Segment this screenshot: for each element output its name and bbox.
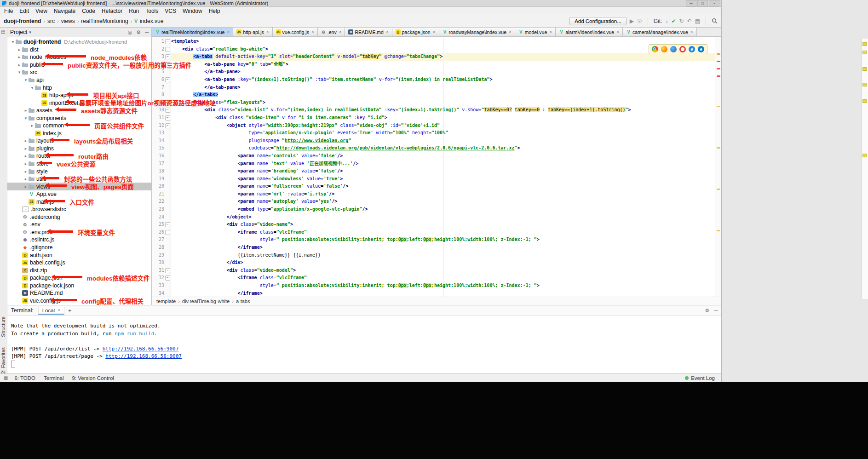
- chevron-right-icon[interactable]: ▸: [17, 63, 22, 67]
- status-item-terminal[interactable]: Terminal: [44, 375, 63, 381]
- terminal-link[interactable]: http://192.168.66.56:9007: [105, 353, 182, 359]
- error-stripe[interactable]: [715, 37, 721, 297]
- editor-tab[interactable]: Vmodel.vue×: [515, 28, 556, 36]
- tree-item-style[interactable]: ▸style: [7, 167, 151, 175]
- chevron-down-icon[interactable]: ▾: [23, 78, 29, 82]
- tree-item-utils[interactable]: ▸utils: [7, 175, 151, 183]
- fold-icon[interactable]: −: [165, 108, 170, 113]
- breadcrumb-item[interactable]: index.vue: [140, 18, 163, 24]
- close-icon[interactable]: ×: [339, 29, 342, 34]
- menu-item-refactor[interactable]: Refactor: [98, 8, 126, 14]
- tree-item-main.js[interactable]: JSmain.js: [7, 198, 151, 206]
- chevron-down-icon[interactable]: ▾: [29, 30, 31, 34]
- tree-item-.editorconfig[interactable]: ⚙.editorconfig: [7, 213, 151, 221]
- close-icon[interactable]: ×: [690, 29, 693, 34]
- fold-icon[interactable]: −: [165, 123, 170, 128]
- fold-icon[interactable]: −: [165, 39, 170, 44]
- tree-item-.eslintrc.js[interactable]: ◉.eslintrc.js: [7, 236, 151, 244]
- code-area[interactable]: <template> <div class="realTime bg-white…: [171, 38, 721, 297]
- chevron-right-icon[interactable]: ▸: [23, 138, 29, 143]
- maximize-button[interactable]: □: [697, 0, 708, 6]
- close-icon[interactable]: ×: [266, 29, 269, 34]
- close-icon[interactable]: ×: [57, 308, 60, 313]
- chevron-down-icon[interactable]: ▾: [17, 70, 22, 75]
- fold-icon[interactable]: −: [165, 222, 170, 227]
- fold-icon[interactable]: −: [165, 77, 170, 82]
- tree-item-src[interactable]: ▾src: [7, 69, 151, 76]
- tree-item-common[interactable]: ▸common: [7, 122, 151, 130]
- chevron-down-icon[interactable]: ▾: [10, 40, 16, 44]
- editor-breadcrumb-item[interactable]: a-tabs: [236, 298, 250, 304]
- breadcrumb-item[interactable]: views: [61, 18, 75, 24]
- breadcrumb-item[interactable]: duoji-frontend: [4, 18, 41, 24]
- editor-breadcrumb-item[interactable]: div.realTime.bg-white: [182, 298, 230, 304]
- editor-tab[interactable]: MREADME.md×: [345, 28, 392, 36]
- new-terminal-button[interactable]: +: [68, 307, 72, 314]
- chevron-right-icon[interactable]: ▸: [23, 184, 29, 189]
- git-commit-icon[interactable]: ✔: [671, 18, 676, 24]
- locate-file-icon[interactable]: ◎: [128, 29, 132, 35]
- close-icon[interactable]: ×: [227, 29, 230, 34]
- breadcrumb-item[interactable]: realTimeMonitoring: [81, 18, 128, 24]
- tree-item-.gitignore[interactable]: ◆.gitignore: [7, 244, 151, 252]
- fold-icon[interactable]: −: [165, 275, 170, 281]
- tree-item-http-api.js[interactable]: JShttp-api.js: [7, 92, 151, 99]
- panel-settings-icon[interactable]: ⚙: [136, 29, 141, 35]
- git-history-icon[interactable]: ↻: [679, 18, 684, 24]
- tree-item-layouts[interactable]: ▸layouts: [7, 137, 151, 145]
- terminal-tab-local[interactable]: Local ×: [38, 307, 64, 315]
- status-item-6--todo[interactable]: 6: TODO: [14, 375, 35, 381]
- chrome-browser-icon[interactable]: [652, 46, 658, 52]
- terminal-settings-icon[interactable]: ⚙: [705, 308, 709, 314]
- close-icon[interactable]: ×: [311, 29, 314, 34]
- tree-item-readme.md[interactable]: MREADME.md: [7, 289, 151, 297]
- tool-window-button-2favorites[interactable]: 2: Favorites: [0, 347, 6, 373]
- editor-tab[interactable]: VcameraManage\index.vue×: [623, 28, 697, 36]
- menu-item-file[interactable]: File: [1, 8, 16, 14]
- chevron-right-icon[interactable]: ▸: [23, 161, 29, 166]
- chevron-down-icon[interactable]: ▾: [29, 86, 35, 90]
- safari-browser-icon[interactable]: [670, 46, 677, 52]
- editor-tab[interactable]: ValarmVideos\index.vue×: [556, 28, 623, 36]
- editor-tab[interactable]: JSvue.config.js×: [273, 28, 318, 36]
- close-icon[interactable]: ×: [433, 29, 436, 34]
- menu-item-vcs[interactable]: VCS: [161, 8, 179, 14]
- opera-browser-icon[interactable]: [679, 46, 686, 52]
- close-icon[interactable]: ×: [549, 29, 552, 34]
- edge-browser-icon[interactable]: e: [698, 46, 704, 52]
- close-icon[interactable]: ×: [509, 29, 512, 34]
- close-icon[interactable]: ×: [616, 29, 619, 34]
- add-configuration-button[interactable]: Add Configuration...: [569, 17, 627, 25]
- terminal-link[interactable]: http://192.168.66.56:9007: [103, 346, 179, 352]
- chevron-right-icon[interactable]: ▸: [23, 154, 29, 158]
- fold-icon[interactable]: −: [165, 268, 170, 273]
- fold-icon[interactable]: −: [165, 62, 170, 67]
- fold-icon[interactable]: −: [165, 54, 170, 59]
- tree-item-api[interactable]: ▾api: [7, 76, 151, 84]
- tree-item-importexcel.js[interactable]: JSimportExcel.js: [7, 99, 151, 107]
- project-tool-icon[interactable]: ▤: [1, 29, 5, 34]
- ie-browser-icon[interactable]: e: [689, 46, 695, 52]
- tree-item-node_modules[interactable]: ▸node_modules: [7, 53, 151, 61]
- tree-item-babel.config.js[interactable]: JSbabel.config.js: [7, 259, 151, 267]
- tree-item-package.json[interactable]: {}package.json: [7, 274, 151, 282]
- editor-tab[interactable]: VroadwayManage\index.vue×: [439, 28, 515, 36]
- debug-icon[interactable]: ☉: [637, 18, 642, 24]
- git-rollback-icon[interactable]: ↶: [687, 18, 692, 24]
- tree-item-views[interactable]: ▸views: [7, 183, 151, 190]
- editor-tab[interactable]: ⚙.env×: [318, 28, 345, 36]
- chevron-down-icon[interactable]: ▾: [23, 116, 29, 120]
- tree-item-assets[interactable]: ▸assets: [7, 107, 151, 115]
- close-icon[interactable]: ×: [386, 29, 389, 34]
- menu-item-view[interactable]: View: [32, 8, 51, 14]
- menu-item-navigate[interactable]: Navigate: [51, 8, 79, 14]
- editor-tab[interactable]: VrealTimeMonitoring\index.vue×: [152, 28, 233, 36]
- git-update-icon[interactable]: ↓: [665, 18, 668, 24]
- code-link[interactable]: http://downloads.videolan.org/pub/videol…: [276, 145, 515, 150]
- chevron-right-icon[interactable]: ▸: [23, 169, 29, 174]
- tree-item-.env.prod[interactable]: ⚙.env.prod: [7, 229, 151, 236]
- chevron-right-icon[interactable]: ▸: [23, 146, 29, 151]
- run-icon[interactable]: ▶: [630, 18, 634, 24]
- tree-item-.env[interactable]: ⚙.env: [7, 221, 151, 229]
- fold-icon[interactable]: −: [165, 100, 170, 105]
